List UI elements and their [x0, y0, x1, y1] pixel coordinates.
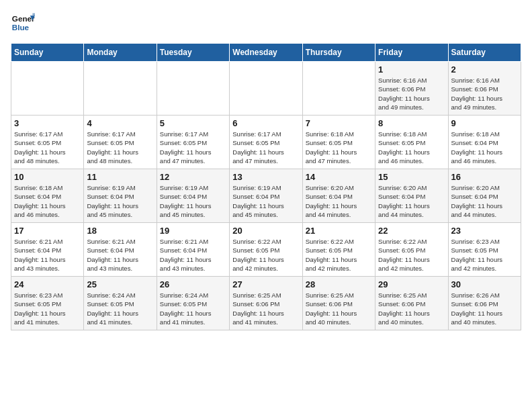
calendar-cell: 6Sunrise: 6:17 AMSunset: 6:05 PMDaylight… [230, 116, 302, 169]
weekday-header: Wednesday [230, 44, 302, 62]
calendar-cell: 3Sunrise: 6:17 AMSunset: 6:05 PMDaylight… [11, 116, 84, 169]
calendar-cell: 2Sunrise: 6:16 AMSunset: 6:06 PMDaylight… [448, 62, 521, 116]
day-info: Sunrise: 6:22 AMSunset: 6:05 PMDaylight:… [232, 237, 299, 273]
day-info: Sunrise: 6:19 AMSunset: 6:04 PMDaylight:… [232, 183, 299, 219]
weekday-header: Tuesday [157, 44, 229, 62]
day-number: 23 [451, 226, 518, 236]
day-info: Sunrise: 6:18 AMSunset: 6:05 PMDaylight:… [378, 130, 445, 165]
svg-text:General: General [12, 14, 35, 23]
weekday-header: Thursday [302, 44, 375, 62]
day-info: Sunrise: 6:17 AMSunset: 6:05 PMDaylight:… [14, 130, 81, 165]
weekday-header: Monday [84, 44, 157, 62]
day-number: 12 [160, 172, 226, 182]
svg-text:Blue: Blue [12, 23, 30, 32]
day-number: 9 [451, 118, 518, 128]
day-number: 3 [14, 118, 81, 128]
day-number: 27 [232, 279, 299, 289]
calendar-cell [302, 62, 375, 116]
calendar-cell [84, 62, 157, 116]
day-info: Sunrise: 6:17 AMSunset: 6:05 PMDaylight:… [160, 130, 226, 165]
logo-icon: General Blue [11, 11, 35, 35]
day-info: Sunrise: 6:25 AMSunset: 6:06 PMDaylight:… [306, 291, 372, 326]
calendar-cell: 17Sunrise: 6:21 AMSunset: 6:04 PMDayligh… [11, 223, 84, 277]
day-number: 20 [232, 226, 299, 236]
day-info: Sunrise: 6:21 AMSunset: 6:04 PMDaylight:… [14, 237, 81, 273]
day-info: Sunrise: 6:23 AMSunset: 6:05 PMDaylight:… [451, 237, 518, 273]
weekday-header: Sunday [11, 44, 84, 62]
calendar-cell: 9Sunrise: 6:18 AMSunset: 6:04 PMDaylight… [448, 116, 521, 169]
calendar-cell [157, 62, 229, 116]
day-info: Sunrise: 6:17 AMSunset: 6:05 PMDaylight:… [87, 130, 153, 165]
calendar-cell: 14Sunrise: 6:20 AMSunset: 6:04 PMDayligh… [302, 169, 375, 223]
day-info: Sunrise: 6:18 AMSunset: 6:04 PMDaylight:… [14, 183, 81, 219]
day-number: 15 [378, 172, 445, 182]
day-info: Sunrise: 6:20 AMSunset: 6:04 PMDaylight:… [451, 183, 518, 219]
day-number: 4 [87, 118, 153, 128]
day-number: 28 [306, 279, 372, 289]
calendar-cell: 27Sunrise: 6:25 AMSunset: 6:06 PMDayligh… [230, 277, 302, 330]
calendar-cell: 13Sunrise: 6:19 AMSunset: 6:04 PMDayligh… [230, 169, 302, 223]
day-number: 8 [378, 118, 445, 128]
day-number: 18 [87, 226, 153, 236]
day-number: 26 [160, 279, 226, 289]
calendar-cell: 23Sunrise: 6:23 AMSunset: 6:05 PMDayligh… [448, 223, 521, 277]
day-info: Sunrise: 6:24 AMSunset: 6:05 PMDaylight:… [160, 291, 226, 326]
calendar-cell: 18Sunrise: 6:21 AMSunset: 6:04 PMDayligh… [84, 223, 157, 277]
calendar-table: SundayMondayTuesdayWednesdayThursdayFrid… [11, 43, 521, 330]
day-number: 10 [14, 172, 81, 182]
day-number: 17 [14, 226, 81, 236]
calendar-cell: 12Sunrise: 6:19 AMSunset: 6:04 PMDayligh… [157, 169, 229, 223]
day-info: Sunrise: 6:20 AMSunset: 6:04 PMDaylight:… [306, 183, 372, 219]
day-info: Sunrise: 6:23 AMSunset: 6:05 PMDaylight:… [14, 291, 81, 326]
calendar-cell: 28Sunrise: 6:25 AMSunset: 6:06 PMDayligh… [302, 277, 375, 330]
day-info: Sunrise: 6:22 AMSunset: 6:05 PMDaylight:… [306, 237, 372, 273]
day-number: 5 [160, 118, 226, 128]
calendar-cell: 5Sunrise: 6:17 AMSunset: 6:05 PMDaylight… [157, 116, 229, 169]
calendar-cell: 26Sunrise: 6:24 AMSunset: 6:05 PMDayligh… [157, 277, 229, 330]
calendar-cell: 7Sunrise: 6:18 AMSunset: 6:05 PMDaylight… [302, 116, 375, 169]
logo: General Blue [11, 11, 35, 35]
page-header: General Blue [11, 11, 521, 35]
day-info: Sunrise: 6:18 AMSunset: 6:04 PMDaylight:… [451, 130, 518, 165]
day-number: 19 [160, 226, 226, 236]
calendar-cell: 15Sunrise: 6:20 AMSunset: 6:04 PMDayligh… [375, 169, 448, 223]
calendar-cell: 8Sunrise: 6:18 AMSunset: 6:05 PMDaylight… [375, 116, 448, 169]
day-info: Sunrise: 6:16 AMSunset: 6:06 PMDaylight:… [378, 76, 445, 111]
svg-marker-3 [32, 13, 35, 16]
calendar-cell [230, 62, 302, 116]
calendar-cell: 10Sunrise: 6:18 AMSunset: 6:04 PMDayligh… [11, 169, 84, 223]
day-info: Sunrise: 6:25 AMSunset: 6:06 PMDaylight:… [378, 291, 445, 326]
day-info: Sunrise: 6:21 AMSunset: 6:04 PMDaylight:… [160, 237, 226, 273]
calendar-cell: 20Sunrise: 6:22 AMSunset: 6:05 PMDayligh… [230, 223, 302, 277]
weekday-header: Saturday [448, 44, 521, 62]
day-info: Sunrise: 6:21 AMSunset: 6:04 PMDaylight:… [87, 237, 153, 273]
day-info: Sunrise: 6:25 AMSunset: 6:06 PMDaylight:… [232, 291, 299, 326]
day-number: 24 [14, 279, 81, 289]
day-number: 2 [451, 64, 518, 75]
day-number: 29 [378, 279, 445, 289]
day-number: 30 [451, 279, 518, 289]
day-info: Sunrise: 6:26 AMSunset: 6:06 PMDaylight:… [451, 291, 518, 326]
calendar-cell: 1Sunrise: 6:16 AMSunset: 6:06 PMDaylight… [375, 62, 448, 116]
calendar-cell: 19Sunrise: 6:21 AMSunset: 6:04 PMDayligh… [157, 223, 229, 277]
day-number: 22 [378, 226, 445, 236]
calendar-cell: 16Sunrise: 6:20 AMSunset: 6:04 PMDayligh… [448, 169, 521, 223]
calendar-cell: 11Sunrise: 6:19 AMSunset: 6:04 PMDayligh… [84, 169, 157, 223]
day-number: 16 [451, 172, 518, 182]
calendar-cell: 25Sunrise: 6:24 AMSunset: 6:05 PMDayligh… [84, 277, 157, 330]
day-info: Sunrise: 6:22 AMSunset: 6:05 PMDaylight:… [378, 237, 445, 273]
day-number: 13 [232, 172, 299, 182]
calendar-cell: 29Sunrise: 6:25 AMSunset: 6:06 PMDayligh… [375, 277, 448, 330]
calendar-cell: 22Sunrise: 6:22 AMSunset: 6:05 PMDayligh… [375, 223, 448, 277]
weekday-header: Friday [375, 44, 448, 62]
day-info: Sunrise: 6:16 AMSunset: 6:06 PMDaylight:… [451, 76, 518, 111]
day-info: Sunrise: 6:17 AMSunset: 6:05 PMDaylight:… [232, 130, 299, 165]
day-number: 7 [306, 118, 372, 128]
calendar-cell [11, 62, 84, 116]
day-number: 14 [306, 172, 372, 182]
day-info: Sunrise: 6:19 AMSunset: 6:04 PMDaylight:… [160, 183, 226, 219]
day-info: Sunrise: 6:24 AMSunset: 6:05 PMDaylight:… [87, 291, 153, 326]
day-number: 25 [87, 279, 153, 289]
day-number: 6 [232, 118, 299, 128]
day-info: Sunrise: 6:20 AMSunset: 6:04 PMDaylight:… [378, 183, 445, 219]
